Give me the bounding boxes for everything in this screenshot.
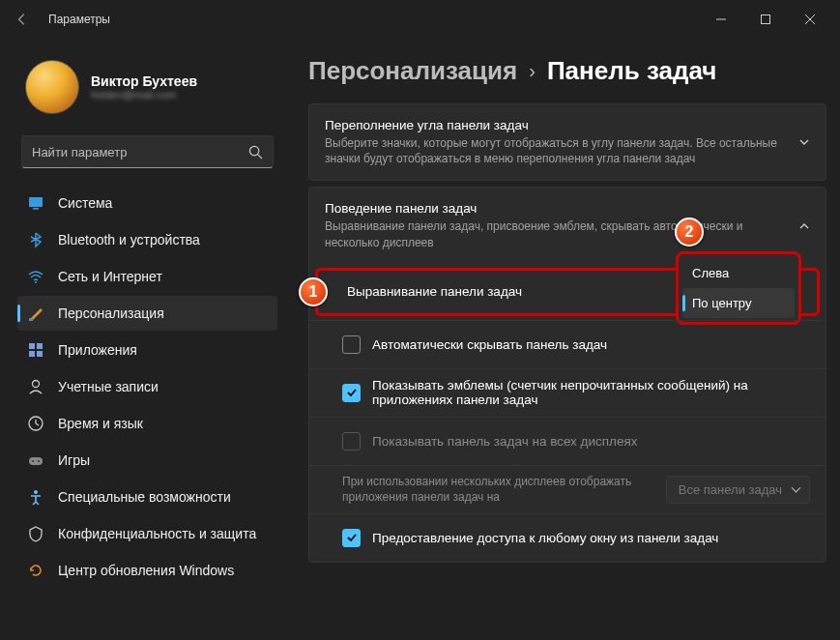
badges-checkbox[interactable] (342, 384, 361, 402)
sidebar-item-brush[interactable]: Персонализация (17, 296, 277, 331)
svg-rect-4 (29, 197, 43, 207)
svg-point-12 (33, 381, 40, 388)
apps-icon (27, 341, 44, 359)
sidebar-item-label: Центр обновления Windows (58, 563, 234, 578)
svg-rect-7 (29, 318, 33, 321)
sidebar-item-bluetooth[interactable]: Bluetooth и устройства (17, 222, 277, 257)
annotation-badge-1: 1 (299, 277, 328, 306)
maximize-button[interactable] (743, 0, 788, 39)
titlebar: Параметры (0, 0, 840, 39)
window-controls (699, 0, 832, 39)
autohide-row[interactable]: Автоматически скрывать панель задач (309, 320, 826, 368)
privacy-icon (27, 525, 44, 542)
svg-rect-1 (762, 15, 770, 24)
window-access-checkbox[interactable] (342, 529, 361, 547)
sidebar-item-wifi[interactable]: Сеть и Интернет (17, 259, 277, 294)
profile-email: hidden@mail.com (91, 89, 197, 101)
window-access-label: Предоставление доступа к любому окну из … (372, 531, 810, 545)
settings-window: Параметры Виктор Бухтеев hidden@mail.com (0, 0, 840, 640)
sidebar-item-clock[interactable]: Время и язык (17, 406, 277, 441)
clock-icon (27, 415, 44, 432)
svg-rect-9 (37, 343, 43, 349)
game-icon (27, 451, 44, 469)
annotation-badge-2: 2 (675, 218, 704, 247)
alignment-option-left[interactable]: Слева (682, 258, 795, 288)
sidebar-item-label: Учетные записи (58, 379, 159, 394)
brush-icon (27, 305, 44, 322)
sidebar-item-label: Игры (58, 452, 90, 468)
sidebar-item-game[interactable]: Игры (17, 443, 277, 478)
alignment-label: Выравнивание панели задач (347, 284, 522, 299)
sidebar-item-label: Система (58, 195, 112, 211)
badges-label: Показывать эмблемы (счетчик непрочитанны… (372, 378, 810, 407)
search-input[interactable] (32, 145, 248, 160)
avatar (25, 60, 79, 114)
multi-display-select[interactable]: Все панели задач (666, 476, 810, 504)
svg-rect-8 (29, 343, 35, 349)
wifi-icon (27, 268, 44, 285)
svg-point-17 (34, 490, 38, 494)
alignment-row: 1 Выравнивание панели задач 2 Слева По ц… (315, 268, 820, 316)
window-title: Параметры (48, 13, 110, 26)
search-box[interactable] (21, 135, 274, 168)
sidebar-item-label: Специальные возможности (58, 489, 231, 505)
chevron-up-icon (798, 220, 810, 232)
svg-line-3 (258, 154, 262, 158)
sidebar-item-apps[interactable]: Приложения (17, 333, 277, 367)
multi-display-row: При использовании нескольких дисплеев от… (309, 465, 826, 513)
sidebar-item-account[interactable]: Учетные записи (17, 369, 277, 404)
svg-point-16 (38, 460, 40, 462)
sidebar-item-label: Bluetooth и устройства (58, 232, 200, 247)
access-icon (27, 488, 44, 506)
window-access-row[interactable]: Предоставление доступа к любому окну из … (309, 513, 826, 562)
alignment-option-center[interactable]: По центру (682, 288, 795, 318)
all-displays-label: Показывать панель задач на всех дисплеях (372, 434, 638, 449)
search-icon (248, 145, 263, 160)
all-displays-checkbox[interactable] (342, 432, 361, 451)
badges-row[interactable]: Показывать эмблемы (счетчик непрочитанны… (309, 368, 826, 417)
profile-name: Виктор Бухтеев (91, 73, 197, 89)
multi-display-label: При использовании нескольких дисплеев от… (342, 474, 654, 505)
svg-rect-11 (37, 351, 43, 357)
sidebar-item-label: Конфиденциальность и защита (58, 526, 256, 541)
breadcrumb-current: Панель задач (547, 56, 717, 86)
all-displays-row[interactable]: Показывать панель задач на всех дисплеях (309, 417, 826, 465)
alignment-dropdown: 2 Слева По центру (676, 251, 801, 325)
behavior-card: Поведение панели задач Выравнивание пане… (308, 187, 826, 562)
bluetooth-icon (27, 231, 44, 248)
behavior-title: Поведение панели задач (325, 201, 777, 216)
nav-list: СистемаBluetooth и устройстваСеть и Инте… (17, 186, 277, 588)
svg-point-6 (35, 281, 37, 283)
main-content: Персонализация › Панель задач Переполнен… (285, 39, 840, 640)
chevron-down-icon (798, 136, 810, 148)
back-button[interactable] (8, 5, 37, 34)
sidebar-item-label: Приложения (58, 342, 137, 358)
svg-rect-10 (29, 351, 35, 357)
svg-point-2 (249, 146, 258, 155)
sidebar-item-label: Сеть и Интернет (58, 269, 162, 284)
sidebar-item-privacy[interactable]: Конфиденциальность и защита (17, 516, 277, 551)
overflow-title: Переполнение угла панели задач (325, 118, 777, 132)
sidebar: Виктор Бухтеев hidden@mail.com СистемаBl… (0, 39, 285, 640)
svg-rect-14 (29, 457, 43, 465)
autohide-checkbox[interactable] (342, 335, 361, 354)
minimize-button[interactable] (699, 0, 743, 39)
update-icon (27, 562, 44, 579)
profile-block[interactable]: Виктор Бухтеев hidden@mail.com (17, 48, 277, 131)
sidebar-item-system[interactable]: Система (17, 186, 277, 220)
overflow-desc: Выберите значки, которые могут отображат… (325, 135, 777, 166)
sidebar-item-update[interactable]: Центр обновления Windows (17, 553, 277, 588)
close-button[interactable] (788, 0, 832, 39)
sidebar-item-label: Персонализация (58, 305, 164, 321)
overflow-card[interactable]: Переполнение угла панели задач Выберите … (308, 103, 826, 181)
chevron-right-icon: › (529, 60, 536, 82)
svg-rect-5 (33, 208, 39, 210)
svg-point-15 (32, 460, 34, 462)
sidebar-item-access[interactable]: Специальные возможности (17, 480, 277, 514)
account-icon (27, 378, 44, 395)
breadcrumb-parent[interactable]: Персонализация (308, 56, 517, 86)
system-icon (27, 194, 44, 212)
breadcrumb: Персонализация › Панель задач (308, 56, 826, 86)
autohide-label: Автоматически скрывать панель задач (372, 337, 607, 352)
sidebar-item-label: Время и язык (58, 416, 143, 431)
